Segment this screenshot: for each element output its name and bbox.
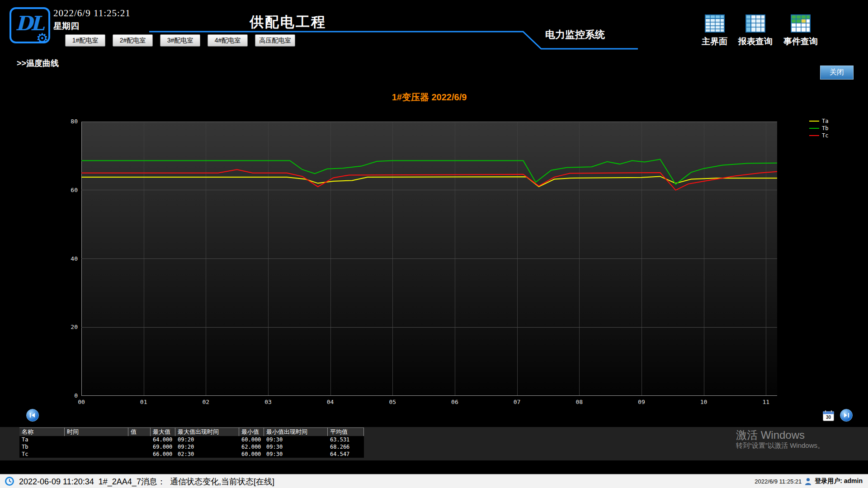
room-nav: 1#配电室2#配电室3#配电室4#配电室高压配电室 — [65, 34, 295, 47]
legend-label: Tc — [822, 132, 828, 139]
toolbar-label: 报表查询 — [738, 36, 773, 47]
table-cell: 09:30 — [264, 436, 328, 443]
toolbar: 主界面 报表查询 事件查询 — [702, 14, 818, 47]
table-cell: 64.000 — [151, 436, 175, 443]
table-cell: 02:30 — [175, 450, 239, 458]
table-cell: 60.000 — [239, 450, 264, 458]
header-datetime: 2022/6/9 11:25:21 — [53, 8, 131, 19]
header-weekday: 星期四 — [53, 20, 131, 32]
legend-swatch — [809, 121, 819, 122]
nav-button-room-3[interactable]: 3#配电室 — [160, 34, 200, 47]
user-icon — [805, 478, 811, 485]
event-table-icon — [790, 14, 811, 33]
table-cell: 69.000 — [151, 443, 175, 450]
toolbar-main-screen-button[interactable]: 主界面 — [702, 14, 727, 47]
skip-next-icon — [843, 413, 849, 418]
x-axis-label: 04 — [321, 399, 340, 405]
y-axis-label: 60 — [57, 187, 78, 193]
nav-button-room-5[interactable]: 高压配电室 — [255, 34, 295, 47]
legend-label: Ta — [822, 118, 828, 124]
table-header-cell: 最大值 — [151, 427, 175, 436]
table-cell: Tc — [19, 450, 65, 458]
main-screen-grid-icon — [704, 14, 725, 33]
table-cell: 63.531 — [328, 436, 364, 443]
table-row-Tb[interactable]: Tb69.00009:2062.00009:3068.266 — [19, 443, 364, 450]
table-header-cell: 最小值 — [239, 427, 264, 436]
next-day-button[interactable] — [840, 409, 853, 422]
previous-day-button[interactable] — [26, 409, 39, 422]
windows-watermark-subtitle: 转到“设置”以激活 Windows。 — [736, 441, 824, 450]
table-header-cell: 时间 — [65, 427, 128, 436]
legend-label: Tb — [822, 125, 828, 131]
x-axis-label: 11 — [757, 399, 775, 405]
toolbar-event-query-button[interactable]: 事件查询 — [783, 14, 818, 47]
gear-icon: ⚙ — [36, 32, 48, 45]
x-axis-label: 03 — [259, 399, 277, 405]
chart-title: 1#变压器 2022/6/9 — [81, 91, 777, 103]
logged-in-user: 登录用户: admin — [815, 477, 863, 485]
temperature-chart — [81, 122, 777, 396]
legend-item-Tc: Tc — [809, 132, 828, 139]
table-cell — [128, 450, 151, 458]
x-axis-label: 00 — [72, 399, 90, 405]
table-cell — [128, 443, 151, 450]
table-cell: 09:30 — [264, 443, 328, 450]
table-header-cell: 名称 — [19, 427, 65, 436]
table-cell — [65, 443, 128, 450]
table-header-cell: 值 — [128, 427, 151, 436]
statistics-table: 名称时间值最大值最大值出现时间最小值最小值出现时间平均值Ta64.00009:2… — [19, 427, 364, 458]
nav-button-room-2[interactable]: 2#配电室 — [113, 34, 153, 47]
header-clock: 2022/6/9 11:25:21 星期四 — [53, 8, 131, 32]
legend-item-Ta: Ta — [809, 117, 828, 125]
toolbar-label: 主界面 — [702, 36, 727, 47]
nav-button-room-4[interactable]: 4#配电室 — [208, 34, 248, 47]
x-axis-label: 05 — [383, 399, 401, 405]
x-axis-label: 02 — [197, 399, 215, 405]
y-axis-label: 80 — [57, 118, 78, 125]
x-axis-label: 01 — [135, 399, 153, 405]
nav-button-room-1[interactable]: 1#配电室 — [65, 34, 105, 47]
table-cell: 68.266 — [328, 443, 364, 450]
series-line-Ta — [81, 176, 777, 187]
status-bar: 2022-06-09 11:20:34 1#_2AA4_7消息： 通信状态变化,… — [0, 474, 868, 488]
table-cell: 62.000 — [239, 443, 264, 450]
x-axis-label: 08 — [570, 399, 588, 405]
table-row-Ta[interactable]: Ta64.00009:2060.00009:3063.531 — [19, 436, 364, 443]
report-table-icon — [745, 14, 766, 33]
table-cell — [65, 436, 128, 443]
toolbar-label: 事件查询 — [783, 36, 818, 47]
table-cell: Ta — [19, 436, 65, 443]
x-axis-label: 10 — [695, 399, 713, 405]
clock-icon — [5, 476, 14, 486]
table-cell: 64.547 — [328, 450, 364, 458]
status-right-group: 2022/6/9 11:25:21 登录用户: admin — [755, 474, 863, 488]
y-axis-label: 0 — [57, 392, 78, 399]
calendar-button[interactable]: 30 — [823, 410, 834, 421]
table-row-Tc[interactable]: Tc66.00002:3060.00009:3064.547 — [19, 450, 364, 458]
table-cell — [65, 450, 128, 458]
calendar-icon: 30 — [823, 410, 834, 421]
x-axis-label: 06 — [446, 399, 464, 405]
table-cell: Tb — [19, 443, 65, 450]
table-cell: 09:20 — [175, 436, 239, 443]
series-line-Tb — [81, 160, 777, 184]
y-axis-label: 20 — [57, 324, 78, 330]
windows-watermark-title: 激活 Windows — [736, 428, 805, 442]
legend-swatch — [809, 128, 819, 129]
x-axis-label: 07 — [508, 399, 526, 405]
table-cell: 60.000 — [239, 436, 264, 443]
y-axis-label: 40 — [57, 255, 78, 262]
table-cell: 66.000 — [151, 450, 175, 458]
legend-swatch — [809, 135, 819, 136]
chart-legend: TaTbTc — [809, 117, 828, 139]
system-name: 电力监控系统 — [545, 28, 605, 42]
table-header-cell: 平均值 — [328, 427, 364, 436]
close-button[interactable]: 关闭 — [820, 66, 854, 80]
status-message: 2022-06-09 11:20:34 1#_2AA4_7消息： 通信状态变化,… — [19, 476, 274, 487]
table-cell: 09:30 — [264, 450, 328, 458]
toolbar-report-query-button[interactable]: 报表查询 — [738, 14, 773, 47]
table-cell — [128, 436, 151, 443]
table-header-cell: 最大值出现时间 — [175, 427, 239, 436]
page-title: 供配电工程 — [250, 13, 326, 32]
skip-previous-icon — [29, 413, 36, 418]
